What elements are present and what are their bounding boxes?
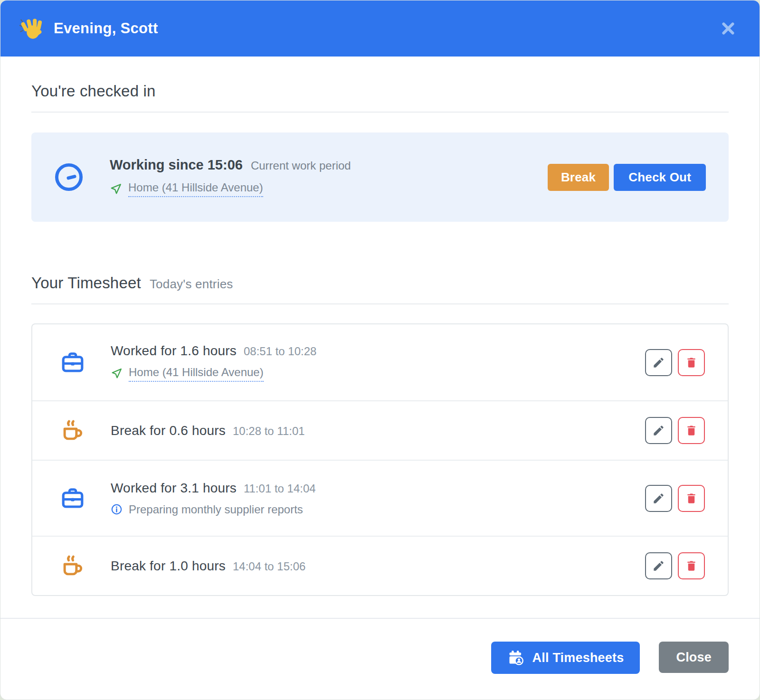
current-work-period-panel: Working since 15:06 Current work period … [31, 132, 729, 222]
pencil-icon [652, 559, 665, 572]
timesheet-heading-text: Your Timesheet [31, 274, 141, 292]
navigation-arrow-icon [111, 368, 123, 379]
waving-hand-icon [19, 16, 44, 41]
entry-time-range: 10:28 to 11:01 [233, 425, 305, 438]
edit-entry-button[interactable] [645, 552, 672, 579]
timesheet-heading: Your TimesheetToday's entries [31, 274, 729, 292]
status-title: Working since 15:06 [110, 157, 243, 173]
check-out-button[interactable]: Check Out [614, 164, 706, 191]
entry-time-range: 11:01 to 14:04 [244, 482, 316, 495]
work-location-link[interactable]: Home (41 Hillside Avenue) [128, 181, 263, 197]
entry-body: Worked for 3.1 hours 11:01 to 14:04 Prep… [111, 481, 316, 516]
entry-actions [645, 417, 705, 444]
delete-entry-button[interactable] [678, 552, 705, 579]
entry-note: Preparing monthly supplier reports [129, 503, 303, 516]
divider [31, 112, 729, 113]
entry-time-range: 14:04 to 15:06 [233, 560, 305, 573]
modal-header: Evening, Scott [0, 0, 760, 57]
entry-body: Worked for 1.6 hours 08:51 to 10:28 Home… [111, 343, 316, 382]
modal-title: Evening, Scott [54, 20, 158, 37]
close-footer-button[interactable]: Close [659, 642, 729, 673]
entry-location-link[interactable]: Home (41 Hillside Avenue) [129, 366, 264, 382]
break-button[interactable]: Break [548, 164, 609, 191]
delete-entry-button[interactable] [678, 417, 705, 444]
modal-body: You're checked in Working since 15:06 Cu… [0, 57, 760, 596]
edit-entry-button[interactable] [645, 417, 672, 444]
entry-title: Break for 0.6 hours [111, 423, 226, 438]
timesheet-entry-work-1: Worked for 1.6 hours 08:51 to 10:28 Home… [32, 324, 728, 400]
calendar-person-icon [507, 649, 524, 666]
edit-entry-button[interactable] [645, 485, 672, 512]
timesheet-subheading: Today's entries [150, 277, 233, 291]
clock-icon [53, 161, 85, 193]
checkin-modal: Evening, Scott You're checked in Working… [0, 0, 760, 700]
briefcase-icon [60, 485, 86, 511]
delete-entry-button[interactable] [678, 485, 705, 512]
pencil-icon [652, 492, 665, 505]
entry-body: Break for 1.0 hours 14:04 to 15:06 [111, 558, 305, 574]
info-icon [111, 503, 123, 515]
edit-entry-button[interactable] [645, 349, 672, 376]
pencil-icon [652, 424, 665, 437]
entry-title: Worked for 3.1 hours [111, 481, 237, 496]
timesheet-entry-work-2: Worked for 3.1 hours 11:01 to 14:04 Prep… [32, 460, 728, 536]
close-button[interactable] [718, 18, 739, 39]
pencil-icon [652, 356, 665, 369]
entry-title: Worked for 1.6 hours [111, 343, 237, 359]
entry-time-range: 08:51 to 10:28 [244, 345, 316, 358]
status-actions: Break Check Out [548, 164, 706, 191]
entry-actions [645, 485, 705, 512]
checked-in-heading: You're checked in [31, 82, 729, 100]
coffee-cup-icon [60, 553, 86, 579]
entry-actions [645, 552, 705, 579]
entry-actions [645, 349, 705, 376]
divider [31, 303, 729, 304]
trash-icon [685, 559, 698, 572]
close-icon [721, 21, 736, 36]
trash-icon [685, 424, 698, 437]
trash-icon [685, 492, 698, 505]
status-subtitle: Current work period [251, 159, 351, 172]
entry-body: Break for 0.6 hours 10:28 to 11:01 [111, 423, 305, 438]
all-timesheets-label: All Timesheets [532, 651, 624, 665]
coffee-cup-icon [60, 418, 86, 444]
briefcase-icon [60, 350, 86, 375]
delete-entry-button[interactable] [678, 349, 705, 376]
timesheet-entry-break-1: Break for 0.6 hours 10:28 to 11:01 [32, 400, 728, 460]
all-timesheets-button[interactable]: All Timesheets [491, 642, 640, 674]
navigation-arrow-icon [110, 183, 122, 195]
trash-icon [685, 356, 698, 369]
status-text-block: Working since 15:06 Current work period … [110, 157, 351, 197]
entry-title: Break for 1.0 hours [111, 558, 226, 574]
timesheet-entries-list: Worked for 1.6 hours 08:51 to 10:28 Home… [31, 323, 729, 596]
modal-footer: All Timesheets Close [0, 618, 760, 700]
timesheet-entry-break-2: Break for 1.0 hours 14:04 to 15:06 [32, 536, 728, 595]
